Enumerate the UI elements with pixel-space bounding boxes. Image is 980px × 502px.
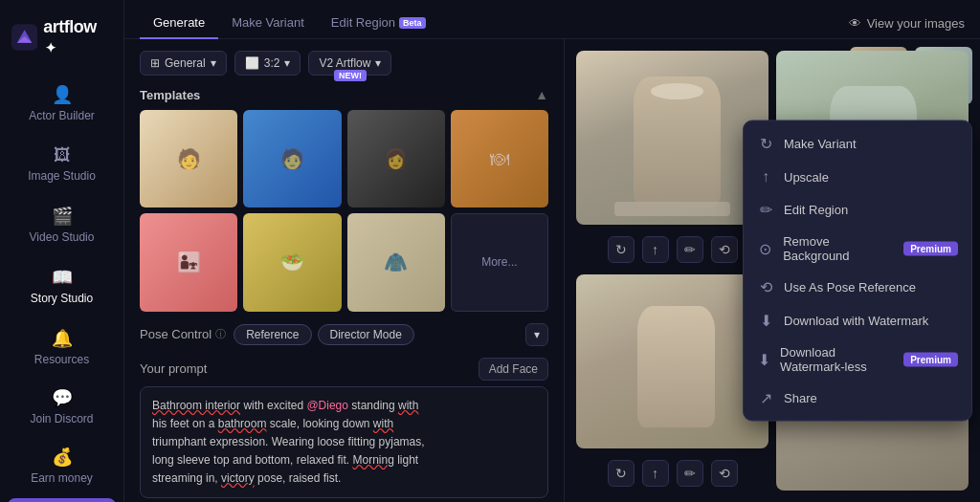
- more-label: More...: [481, 255, 517, 269]
- menu-item-label: Download Watermark-less: [780, 345, 894, 374]
- menu-item-label: Share: [784, 391, 817, 405]
- content-area: ⊞ General ▾ ⬜ 3:2 ▾ V2 Artflow ▾ NEW!: [124, 39, 980, 502]
- templates-more-button[interactable]: More...: [451, 213, 548, 311]
- sidebar: artflow ✦ 👤 Actor Builder 🖼 Image Studio…: [0, 0, 124, 502]
- sidebar-item-image-studio[interactable]: 🖼 Image Studio: [8, 136, 116, 192]
- prompt-label: Your prompt: [140, 361, 207, 376]
- prompt-box[interactable]: Bathroom interior with excited @Diego st…: [140, 386, 548, 499]
- pose-chip-director-mode[interactable]: Director Mode: [318, 324, 414, 345]
- upscale-icon: ↑: [757, 168, 774, 186]
- video-studio-icon: 🎬: [52, 206, 73, 227]
- menu-item-label: Use As Pose Reference: [784, 280, 916, 295]
- pose-dropdown[interactable]: ▾: [525, 323, 548, 346]
- sidebar-item-story-studio[interactable]: 📖 Story Studio: [8, 257, 116, 315]
- menu-item-download-wm[interactable]: ⬇ Download with Watermark: [744, 304, 971, 338]
- chevron-down-icon: ▾: [211, 56, 216, 70]
- style-dropdown[interactable]: ⊞ General ▾: [140, 51, 227, 76]
- menu-item-edit-region[interactable]: ✏ Edit Region: [744, 193, 971, 227]
- template-item[interactable]: 👨‍👧: [140, 213, 237, 311]
- template-item[interactable]: 🧑: [243, 110, 341, 207]
- image-studio-icon: 🖼: [54, 145, 71, 165]
- sidebar-item-discord[interactable]: 💬 Join Discord: [8, 378, 116, 435]
- tab-make-variant[interactable]: Make Variant: [218, 8, 318, 39]
- upscale-button[interactable]: ↑: [642, 236, 669, 263]
- sidebar-item-earn-money[interactable]: 💰 Earn money: [8, 437, 116, 494]
- edit-button[interactable]: ✏: [677, 236, 703, 263]
- tab-label: Generate: [153, 15, 205, 30]
- tab-generate[interactable]: Generate: [140, 8, 218, 39]
- version-label: V2 Artflow: [319, 56, 370, 70]
- upscale-button[interactable]: ↑: [642, 460, 669, 487]
- actor-builder-icon: 👤: [52, 84, 73, 105]
- view-images-button[interactable]: 👁 View your images: [849, 16, 965, 31]
- sidebar-item-video-studio[interactable]: 🎬 Video Studio: [8, 196, 116, 253]
- sidebar-item-resources[interactable]: 🔔 Resources: [8, 318, 116, 376]
- ratio-label: 3:2: [264, 56, 280, 70]
- pose-button[interactable]: ⟲: [711, 460, 738, 487]
- generated-image-1[interactable]: [576, 51, 768, 225]
- make-variant-icon: ↻: [757, 135, 774, 153]
- templates-grid: 🧑 🧑 👩 🍽: [140, 110, 548, 312]
- image-actions-1: ↻ ↑ ✏ ⟲: [576, 232, 768, 267]
- right-panel: 🧍 🧍: [565, 39, 980, 502]
- menu-item-upscale[interactable]: ↑ Upscale: [744, 161, 971, 193]
- menu-item-download-no-wm[interactable]: ⬇ Download Watermark-less Premium: [744, 338, 971, 382]
- edit-button[interactable]: ✏: [677, 460, 703, 487]
- premium-badge: Premium: [903, 352, 958, 366]
- edit-region-icon: ✏: [757, 201, 774, 219]
- rotate-button[interactable]: ↻: [608, 236, 635, 263]
- prompt-text-name: @Diego: [306, 399, 348, 412]
- logo-icon: [11, 24, 37, 51]
- sidebar-item-label: Resources: [34, 353, 89, 366]
- prompt-text-start: Bathroom interior: [152, 399, 240, 412]
- sidebar-item-label: Image Studio: [28, 169, 96, 183]
- pose-control-label: Pose Control ⓘ: [140, 327, 226, 341]
- add-face-button[interactable]: Add Face: [479, 358, 548, 381]
- sidebar-item-label: Video Studio: [30, 230, 95, 244]
- chevron-down-icon: ▾: [534, 328, 540, 341]
- download-wm-icon: ⬇: [757, 312, 774, 330]
- template-item[interactable]: 🥗: [243, 213, 341, 311]
- upgrade-button[interactable]: ⚡ Upgrade: [8, 498, 116, 502]
- prompt-text-mid: with excited: [243, 399, 306, 412]
- menu-item-label: Make Variant: [784, 137, 857, 151]
- version-dropdown[interactable]: V2 Artflow ▾ NEW!: [308, 51, 391, 76]
- sidebar-item-label: Join Discord: [30, 412, 93, 426]
- pose-button[interactable]: ⟲: [711, 236, 738, 263]
- template-item[interactable]: 🧥: [347, 213, 445, 311]
- sidebar-item-actor-builder[interactable]: 👤 Actor Builder: [8, 75, 116, 132]
- menu-item-label: Edit Region: [784, 203, 848, 217]
- ratio-icon: ⬜: [245, 56, 259, 70]
- template-item[interactable]: 🧑: [140, 110, 237, 207]
- templates-collapse-button[interactable]: ▲: [535, 87, 548, 102]
- menu-item-share[interactable]: ↗ Share: [744, 382, 971, 415]
- pose-control-row: Pose Control ⓘ Reference Director Mode ▾: [140, 323, 548, 346]
- menu-item-make-variant[interactable]: ↻ Make Variant: [744, 127, 971, 161]
- menu-item-label: Upscale: [784, 169, 829, 184]
- template-item[interactable]: 👩: [347, 110, 445, 207]
- earn-money-icon: 💰: [52, 447, 73, 468]
- image-column-left: ↻ ↑ ✏ ⟲ ↻ ↑ ✏: [576, 51, 768, 491]
- rotate-button[interactable]: ↻: [608, 460, 635, 487]
- app-name: artflow ✦: [43, 17, 112, 57]
- pose-chips: Reference Director Mode: [234, 324, 518, 345]
- download-no-wm-icon: ⬇: [757, 350, 770, 368]
- chevron-down-icon: ▾: [284, 56, 290, 70]
- main-content: Generate Make Variant Edit Region Beta 👁…: [124, 0, 980, 502]
- info-icon: ⓘ: [215, 327, 226, 341]
- template-item[interactable]: 🍽: [451, 110, 548, 207]
- toolbar-row: ⊞ General ▾ ⬜ 3:2 ▾ V2 Artflow ▾ NEW!: [140, 51, 548, 76]
- tab-edit-region[interactable]: Edit Region Beta: [318, 8, 439, 39]
- generated-image-3[interactable]: [576, 274, 768, 448]
- menu-item-remove-bg[interactable]: ⊙ Remove Background Premium: [744, 227, 971, 271]
- menu-item-pose-ref[interactable]: ⟲ Use As Pose Reference: [744, 271, 971, 304]
- chevron-down-icon: ▾: [375, 56, 381, 70]
- sidebar-item-label: Actor Builder: [29, 109, 95, 122]
- beta-badge: Beta: [399, 17, 426, 29]
- pose-chip-reference[interactable]: Reference: [234, 324, 311, 345]
- story-studio-icon: 📖: [52, 267, 73, 288]
- context-menu: ↻ Make Variant ↑ Upscale ✏ Edit Region ⊙…: [743, 120, 972, 422]
- pose-ref-icon: ⟲: [757, 278, 774, 296]
- share-icon: ↗: [757, 389, 774, 407]
- ratio-dropdown[interactable]: ⬜ 3:2 ▾: [234, 51, 301, 76]
